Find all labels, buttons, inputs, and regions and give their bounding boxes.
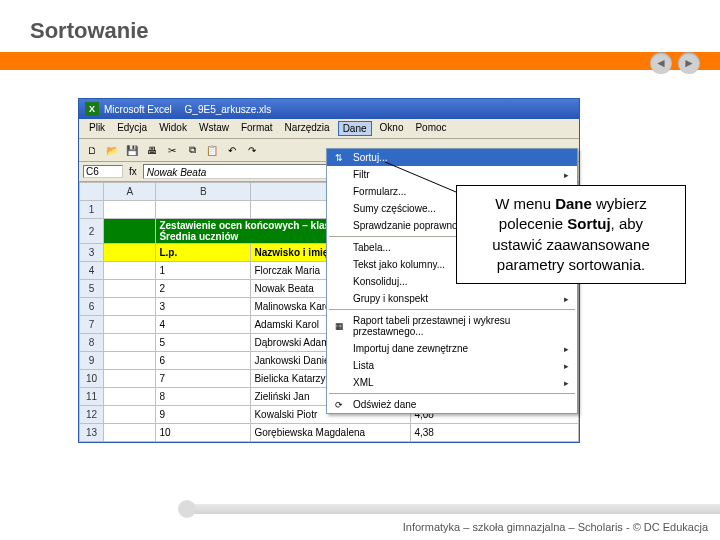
menu-item-grupy[interactable]: Grupy i konspekt xyxy=(327,290,577,307)
menu-pomoc[interactable]: Pomoc xyxy=(411,121,450,136)
lista-label: Lista xyxy=(353,360,374,371)
row-num[interactable]: 10 xyxy=(80,370,104,388)
footer-text: Informatyka – szkoła gimnazjalna – Schol… xyxy=(403,521,708,533)
cell-lp[interactable]: 6 xyxy=(156,352,251,370)
undo-icon[interactable]: ↶ xyxy=(223,141,241,159)
corner-cell[interactable] xyxy=(80,183,104,201)
row-num[interactable]: 5 xyxy=(80,280,104,298)
slide-header: Sortowanie xyxy=(0,0,720,52)
menu-narzedzia[interactable]: Narzędzia xyxy=(281,121,334,136)
menu-plik[interactable]: Plik xyxy=(85,121,109,136)
menu-item-raport[interactable]: ▦Raport tabeli przestawnej i wykresu prz… xyxy=(327,312,577,340)
row-num[interactable]: 7 xyxy=(80,316,104,334)
row-num[interactable]: 9 xyxy=(80,352,104,370)
slide-footer: Informatyka – szkoła gimnazjalna – Schol… xyxy=(0,514,720,540)
page-title: Sortowanie xyxy=(30,18,720,44)
menu-item-importuj[interactable]: Importuj dane zewnętrzne xyxy=(327,340,577,357)
cell-lp[interactable]: 1 xyxy=(156,262,251,280)
sheet-title-1: Zestawienie ocen końcowych – klasa 1 xyxy=(159,220,344,231)
pivot-icon: ▦ xyxy=(331,319,347,333)
menu-item-odswiez[interactable]: ⟳Odśwież dane xyxy=(327,396,577,413)
konsoliduj-label: Konsoliduj... xyxy=(353,276,407,287)
row-1[interactable]: 1 xyxy=(80,201,104,219)
row-3[interactable]: 3 xyxy=(80,244,104,262)
tekst-label: Tekst jako kolumny... xyxy=(353,259,445,270)
cut-icon[interactable]: ✂ xyxy=(163,141,181,159)
cell-name[interactable]: Gorębiewska Magdalena xyxy=(251,424,411,442)
save-icon[interactable]: 💾 xyxy=(123,141,141,159)
cell-ref-input[interactable] xyxy=(83,165,123,178)
cell-lp[interactable]: 8 xyxy=(156,388,251,406)
refresh-icon: ⟳ xyxy=(331,398,347,412)
excel-menubar: Plik Edycja Widok Wstaw Format Narzędzia… xyxy=(79,119,579,139)
excel-titlebar: X Microsoft Excel G_9E5_arkusze.xls xyxy=(79,99,579,119)
row-num[interactable]: 11 xyxy=(80,388,104,406)
footer-bar xyxy=(180,504,720,514)
col-a[interactable]: A xyxy=(104,183,156,201)
table-row: 1310Gorębiewska Magdalena4,38 xyxy=(80,424,579,442)
cell-lp[interactable]: 5 xyxy=(156,334,251,352)
file-name: G_9E5_arkusze.xls xyxy=(185,104,272,115)
cell-lp[interactable]: 4 xyxy=(156,316,251,334)
cell-lp[interactable]: 2 xyxy=(156,280,251,298)
menu-edycja[interactable]: Edycja xyxy=(113,121,151,136)
menu-wstaw[interactable]: Wstaw xyxy=(195,121,233,136)
copy-icon[interactable]: ⧉ xyxy=(183,141,201,159)
raport-label: Raport tabeli przestawnej i wykresu prze… xyxy=(353,315,569,337)
sheet-title-2: Średnia uczniów xyxy=(159,231,238,242)
separator xyxy=(329,393,575,394)
prev-arrow-icon[interactable]: ◄ xyxy=(650,52,672,74)
tabela-label: Tabela... xyxy=(353,242,391,253)
sort-icon: ⇅ xyxy=(331,151,347,165)
footer-dot-icon xyxy=(178,500,196,518)
menu-widok[interactable]: Widok xyxy=(155,121,191,136)
new-icon[interactable]: 🗋 xyxy=(83,141,101,159)
cell-lp[interactable]: 3 xyxy=(156,298,251,316)
print-icon[interactable]: 🖶 xyxy=(143,141,161,159)
fx-icon[interactable]: fx xyxy=(129,166,137,177)
sumy-label: Sumy częściowe... xyxy=(353,203,436,214)
row-num[interactable]: 13 xyxy=(80,424,104,442)
sortuj-label: Sortuj... xyxy=(353,152,387,163)
row-num[interactable]: 8 xyxy=(80,334,104,352)
odswiez-label: Odśwież dane xyxy=(353,399,416,410)
cell-avg[interactable]: 4,38 xyxy=(411,424,579,442)
row-2[interactable]: 2 xyxy=(80,219,104,244)
separator xyxy=(329,309,575,310)
open-icon[interactable]: 📂 xyxy=(103,141,121,159)
redo-icon[interactable]: ↷ xyxy=(243,141,261,159)
next-arrow-icon[interactable]: ► xyxy=(678,52,700,74)
menu-item-xml[interactable]: XML xyxy=(327,374,577,391)
menu-item-lista[interactable]: Lista xyxy=(327,357,577,374)
menu-dane[interactable]: Dane xyxy=(338,121,372,136)
app-name: Microsoft Excel xyxy=(104,104,172,115)
filtr-label: Filtr xyxy=(353,169,370,180)
importuj-label: Importuj dane zewnętrzne xyxy=(353,343,468,354)
instruction-callout: W menu Dane wybierz polecenie Sortuj, ab… xyxy=(456,185,686,284)
hdr-lp: L.p. xyxy=(156,244,251,262)
grupy-label: Grupy i konspekt xyxy=(353,293,428,304)
menu-format[interactable]: Format xyxy=(237,121,277,136)
cell-lp[interactable]: 7 xyxy=(156,370,251,388)
xml-label: XML xyxy=(353,377,374,388)
excel-icon: X xyxy=(85,102,99,116)
orange-divider xyxy=(0,52,720,70)
cell-lp[interactable]: 10 xyxy=(156,424,251,442)
paste-icon[interactable]: 📋 xyxy=(203,141,221,159)
menu-okno[interactable]: Okno xyxy=(376,121,408,136)
cell-lp[interactable]: 9 xyxy=(156,406,251,424)
nav-arrows: ◄ ► xyxy=(650,52,700,74)
col-b[interactable]: B xyxy=(156,183,251,201)
row-num[interactable]: 6 xyxy=(80,298,104,316)
row-num[interactable]: 4 xyxy=(80,262,104,280)
row-num[interactable]: 12 xyxy=(80,406,104,424)
